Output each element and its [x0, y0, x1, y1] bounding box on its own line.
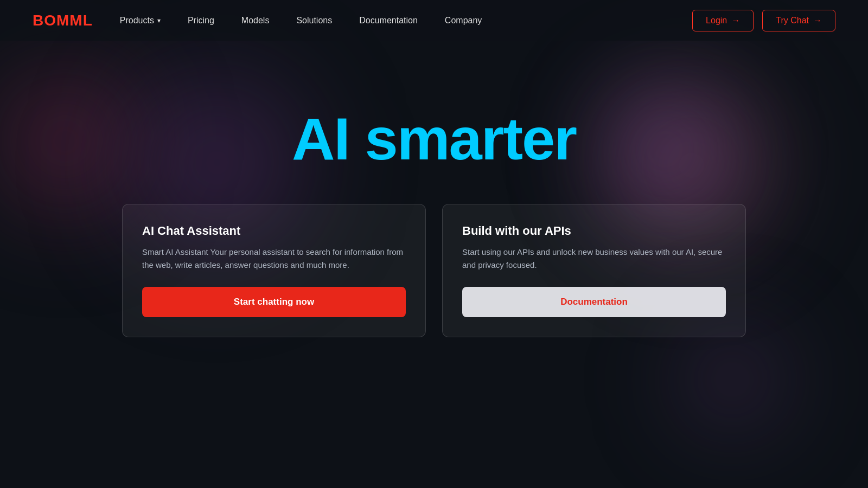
nav-item-pricing[interactable]: Pricing [188, 16, 214, 25]
nav-left: BOMML Products ▾ Pricing Models Solution… [33, 12, 482, 29]
chevron-down-icon: ▾ [157, 17, 161, 24]
api-card-title: Build with our APIs [462, 224, 726, 238]
nav-links: Products ▾ Pricing Models Solutions Docu… [120, 16, 482, 25]
nav-item-models[interactable]: Models [241, 16, 270, 25]
documentation-button[interactable]: Documentation [462, 287, 726, 317]
arrow-right-icon-2: → [813, 16, 822, 25]
start-chatting-button[interactable]: Start chatting now [142, 287, 406, 317]
hero-title: AI smarter [292, 106, 576, 171]
arrow-right-icon: → [731, 16, 740, 25]
nav-item-solutions[interactable]: Solutions [296, 16, 332, 25]
ai-chat-card-description: Smart AI Assistant Your personal assista… [142, 246, 406, 272]
nav-item-documentation[interactable]: Documentation [359, 16, 418, 25]
ai-chat-card-title: AI Chat Assistant [142, 224, 406, 238]
nav-right: Login → Try Chat → [692, 10, 835, 31]
ai-chat-card: AI Chat Assistant Smart AI Assistant You… [122, 204, 426, 337]
logo[interactable]: BOMML [33, 12, 93, 29]
api-card-description: Start using our APIs and unlock new busi… [462, 246, 726, 272]
navbar: BOMML Products ▾ Pricing Models Solution… [0, 0, 868, 41]
try-chat-button[interactable]: Try Chat → [762, 10, 835, 31]
login-button[interactable]: Login → [692, 10, 754, 31]
nav-item-company[interactable]: Company [445, 16, 482, 25]
api-card: Build with our APIs Start using our APIs… [442, 204, 746, 337]
cards-section: AI Chat Assistant Smart AI Assistant You… [0, 171, 868, 337]
hero-section: AI smarter [0, 41, 868, 171]
nav-item-products[interactable]: Products ▾ [120, 16, 161, 25]
